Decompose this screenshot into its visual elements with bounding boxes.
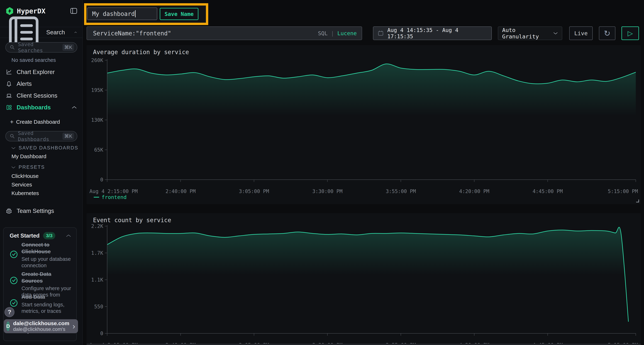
get-started-item-desc: Set up your database connection — [22, 256, 74, 269]
sidebar-collapse-icon[interactable] — [70, 8, 77, 14]
dashboards-label: Dashboards — [17, 104, 51, 111]
saved-dashboards-section-header[interactable]: SAVED DASHBOARDS — [11, 145, 78, 151]
search-label: Search — [46, 29, 65, 36]
sidebar-item-dashboards[interactable]: Dashboards — [0, 101, 82, 113]
my-dashboard-label: My Dashboard — [12, 153, 46, 159]
chevron-up-icon — [72, 106, 77, 109]
dashboard-name-input[interactable]: My dashboard — [87, 7, 157, 20]
saved-dashboards-placeholder: Saved Dashboards — [18, 130, 60, 142]
svg-text:4:20:00 PM: 4:20:00 PM — [459, 188, 490, 194]
saved-dashboards-input[interactable]: Saved Dashboards ⌘K — [5, 131, 77, 141]
dashboards-icon — [6, 104, 12, 110]
refresh-icon: ↻ — [604, 29, 610, 38]
client-sessions-label: Client Sessions — [17, 92, 57, 99]
sidebar-item-team-settings[interactable]: Team Settings — [0, 205, 82, 217]
svg-text:1.1K: 1.1K — [91, 277, 104, 283]
sidebar-item-services[interactable]: Services — [12, 182, 32, 188]
presets-section-header[interactable]: PRESETS — [11, 164, 45, 170]
get-started-item-title: Connect to ClickHouse — [22, 241, 74, 255]
chart-explorer-label: Chart Explorer — [17, 69, 55, 75]
shortcut-badge: ⌘K — [62, 44, 74, 51]
svg-text:4:45:00 PM: 4:45:00 PM — [532, 188, 563, 194]
toggle-divider: | — [331, 30, 334, 36]
get-started-item-desc: Start sending logs, metrics, or traces — [22, 301, 74, 315]
svg-text:3:05:00 PM: 3:05:00 PM — [239, 188, 269, 194]
chevron-up-icon[interactable] — [66, 234, 71, 237]
legend-line-swatch — [94, 197, 99, 198]
query-value: ServiceName:"frontend" — [93, 30, 318, 37]
saved-searches-input[interactable]: Saved Searches ⌘K — [5, 42, 77, 52]
get-started-item[interactable]: Connect to ClickHouse Set up your databa… — [22, 241, 74, 269]
line-chart-event-count: 05501.1K1.7K2.2KAug 4 2:15:00 PM2:40:00 … — [86, 213, 641, 345]
refresh-button[interactable]: ↻ — [599, 26, 616, 40]
svg-text:195K: 195K — [91, 87, 104, 93]
chevron-down-icon — [11, 147, 16, 149]
sidebar-item-client-sessions[interactable]: Client Sessions — [0, 90, 82, 101]
svg-text:2:40:00 PM: 2:40:00 PM — [166, 188, 196, 194]
lucene-toggle[interactable]: Lucene — [338, 30, 357, 36]
no-saved-searches-note: No saved searches — [12, 57, 56, 63]
sidebar-item-search[interactable]: Search — [0, 27, 82, 38]
search-icon — [10, 45, 15, 50]
get-started-item-title: Create Data Sources — [22, 271, 74, 284]
help-button[interactable]: ? — [4, 307, 14, 317]
get-started-title: Get Started — [10, 233, 40, 239]
chart-explorer-icon — [6, 69, 12, 75]
app-logo[interactable]: HyperDX — [6, 7, 46, 15]
play-button[interactable]: ▷ — [622, 26, 639, 40]
live-button[interactable]: Live — [569, 26, 593, 40]
svg-text:550: 550 — [94, 304, 103, 310]
check-circle-icon — [10, 299, 18, 307]
svg-text:0: 0 — [100, 331, 103, 337]
sidebar-item-alerts[interactable]: Alerts — [0, 78, 82, 90]
dashboard-name-value: My dashboard — [92, 10, 135, 17]
sidebar-item-my-dashboard[interactable]: My Dashboard — [12, 153, 46, 159]
question-mark-icon: ? — [8, 309, 11, 316]
avatar: D — [6, 322, 10, 331]
get-started-item-title: Add Data — [22, 294, 74, 300]
user-subtitle: dale@clickhouse.com's — [13, 327, 69, 332]
svg-text:3:55:00 PM: 3:55:00 PM — [386, 188, 416, 194]
saved-searches-placeholder: Saved Searches — [18, 41, 60, 53]
chart-panel-average-duration: Average duration by service 065K130K195K… — [86, 45, 641, 204]
svg-text:0: 0 — [100, 177, 103, 183]
calendar-icon — [378, 30, 384, 36]
svg-text:2.2K: 2.2K — [91, 223, 104, 229]
next-panel-edge — [86, 344, 641, 345]
save-name-button[interactable]: Save Name — [160, 8, 198, 20]
chevron-down-icon — [553, 32, 558, 35]
text-caret — [135, 10, 136, 17]
svg-text:130K: 130K — [91, 117, 104, 123]
create-dashboard-label: Create Dashboard — [16, 119, 60, 125]
sql-toggle[interactable]: SQL — [318, 30, 328, 36]
svg-text:Aug 4 2:15:00 PM: Aug 4 2:15:00 PM — [90, 188, 138, 194]
create-dashboard-button[interactable]: + Create Dashboard — [10, 118, 60, 125]
chevron-down-icon — [11, 166, 16, 169]
date-range-picker[interactable]: Aug 4 14:15:35 - Aug 4 17:15:35 — [373, 26, 492, 40]
shortcut-badge: ⌘K — [62, 133, 74, 140]
line-chart-average-duration: 065K130K195K260KAug 4 2:15:00 PM2:40:00 … — [86, 45, 641, 204]
get-started-item[interactable]: Add Data Start sending logs, metrics, or… — [22, 294, 74, 314]
get-started-progress-badge: 3/3 — [43, 232, 55, 239]
sidebar: HyperDX Search Saved Searches ⌘K No save… — [0, 0, 83, 345]
laptop-icon — [6, 93, 12, 99]
search-query-input[interactable]: ServiceName:"frontend" SQL | Lucene — [86, 26, 362, 40]
sidebar-item-clickhouse[interactable]: ClickHouse — [12, 173, 39, 179]
chevron-up-icon — [74, 31, 77, 34]
svg-text:65K: 65K — [94, 147, 103, 153]
presets-header-label: PRESETS — [18, 164, 45, 170]
play-icon: ▷ — [628, 29, 633, 37]
preset-services-label: Services — [12, 182, 32, 188]
sidebar-item-kubernetes[interactable]: Kubernetes — [12, 190, 39, 196]
svg-text:3:30:00 PM: 3:30:00 PM — [312, 188, 342, 194]
svg-text:5:15:00 PM: 5:15:00 PM — [608, 188, 638, 194]
panel-resize-handle[interactable] — [636, 200, 639, 202]
hyperdx-logo-icon — [6, 7, 14, 15]
user-profile-button[interactable]: D dale@clickhouse.com dale@clickhouse.co… — [4, 319, 78, 333]
chart-legend[interactable]: frontend — [94, 194, 127, 200]
legend-series-label: frontend — [102, 194, 127, 200]
sidebar-item-chart-explorer[interactable]: Chart Explorer — [0, 66, 82, 78]
app-title: HyperDX — [17, 7, 46, 15]
granularity-dropdown[interactable]: Auto Granularity — [498, 26, 562, 40]
gear-icon — [6, 208, 12, 214]
